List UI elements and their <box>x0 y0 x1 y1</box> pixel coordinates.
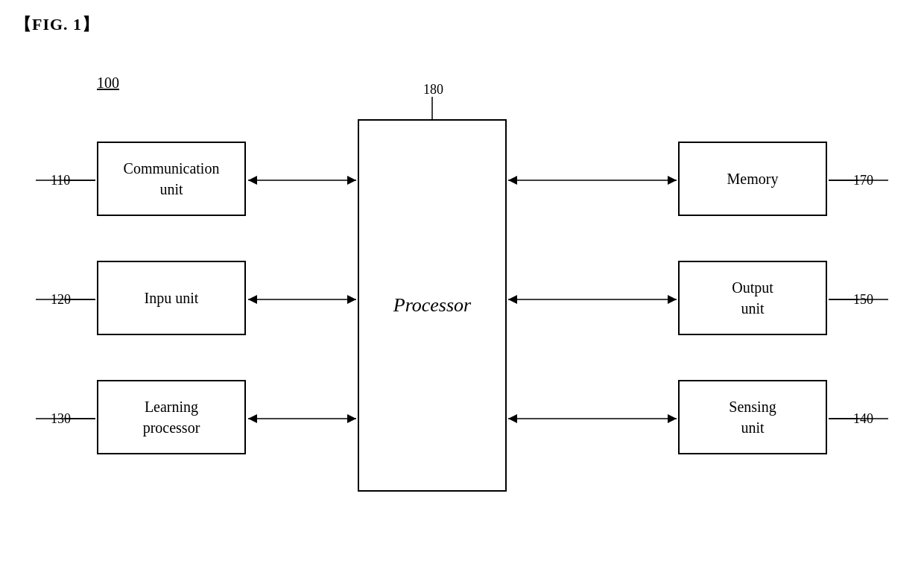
diagram-container: 100 Processor Communicationunit Inpu uni… <box>0 60 924 587</box>
ref-110: 110 <box>51 173 70 188</box>
input-unit-box: Inpu unit <box>97 261 246 335</box>
communication-unit-box: Communicationunit <box>97 142 246 216</box>
sensing-unit-box: Sensingunit <box>678 380 827 454</box>
ref-180: 180 <box>423 82 443 98</box>
ref-170: 170 <box>853 173 873 188</box>
learning-processor-box: Learningprocessor <box>97 380 246 454</box>
figure-title: 【FIG. 1】 <box>15 13 99 36</box>
learning-processor-label: Learningprocessor <box>143 396 200 438</box>
memory-label: Memory <box>727 168 779 189</box>
communication-unit-label: Communicationunit <box>124 158 220 200</box>
ref-100: 100 <box>97 74 119 92</box>
ref-150: 150 <box>853 292 873 308</box>
processor-label: Processor <box>393 294 471 317</box>
output-unit-box: Outputunit <box>678 261 827 335</box>
ref-120: 120 <box>51 292 71 308</box>
sensing-unit-label: Sensingunit <box>729 396 776 438</box>
output-unit-label: Outputunit <box>732 277 773 319</box>
ref-130: 130 <box>51 411 71 427</box>
ref-140: 140 <box>853 411 873 427</box>
memory-box: Memory <box>678 142 827 216</box>
processor-box: Processor <box>358 119 507 492</box>
input-unit-label: Inpu unit <box>145 288 199 308</box>
